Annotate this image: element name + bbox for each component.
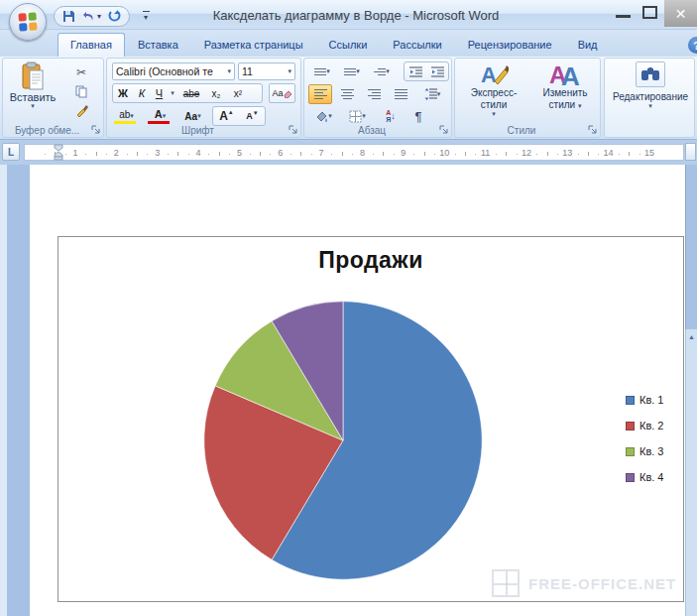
pie-chart[interactable]	[199, 297, 487, 584]
legend-item[interactable]: Кв. 4	[626, 471, 663, 483]
line-spacing-button[interactable]: ▾	[417, 84, 447, 104]
underline-button[interactable]: Ч	[151, 86, 168, 100]
tab-Вид[interactable]: Вид	[565, 33, 611, 57]
sort-button[interactable]: А Я ↓	[378, 106, 404, 126]
eraser-icon	[284, 89, 292, 98]
bold-button[interactable]: Ж	[113, 86, 133, 100]
align-right-icon	[368, 87, 381, 101]
font-color-dropdown-arrow[interactable]: ▾	[163, 113, 167, 119]
tab-Рассылки[interactable]: Рассылки	[380, 33, 454, 57]
ruler-dot	[455, 154, 456, 155]
font-size-combo[interactable]: 11 ▾	[238, 62, 295, 80]
subscript-button[interactable]: x₂	[205, 87, 227, 100]
multilevel-list-button[interactable]: ▾	[368, 62, 396, 80]
svg-text:A: A	[481, 62, 497, 87]
maximize-button[interactable]	[642, 6, 657, 19]
font-name-combo[interactable]: Calibri (Основной те ▾	[112, 62, 235, 80]
vertical-scrollbar[interactable]: ▲	[685, 329, 697, 616]
decrease-indent-button[interactable]	[405, 65, 427, 78]
strikethrough-button[interactable]: abe	[177, 87, 205, 100]
font-name-dropdown-arrow[interactable]: ▾	[227, 68, 231, 74]
clipboard-dialog-launcher[interactable]	[91, 125, 101, 135]
group-font: Calibri (Основной те ▾ 11 ▾ Ж К Ч ▾ abe …	[106, 58, 301, 138]
chart-object[interactable]: Продажи Кв. 1Кв. 2Кв. 3Кв. 4	[58, 236, 684, 602]
show-paragraph-marks-button[interactable]: ¶	[407, 106, 430, 126]
tab-Вставка[interactable]: Вставка	[125, 33, 191, 57]
tab-Ссылки[interactable]: Ссылки	[316, 33, 381, 57]
align-left-button[interactable]	[308, 84, 332, 104]
ruler-dot	[85, 154, 86, 155]
tab-Разметка страницы[interactable]: Разметка страницы	[191, 33, 316, 57]
font-dialog-launcher[interactable]	[289, 125, 298, 135]
office-button[interactable]	[9, 3, 47, 41]
ruler-tick	[506, 152, 507, 156]
chart-legend: Кв. 1Кв. 2Кв. 3Кв. 4	[626, 394, 663, 483]
ruler-dot	[208, 154, 209, 155]
tab-Главная[interactable]: Главная	[58, 33, 125, 58]
italic-button[interactable]: К	[133, 86, 151, 100]
ruler-dot	[578, 154, 579, 155]
borders-button[interactable]: ▾	[342, 106, 373, 126]
quick-access-toolbar: ▾	[54, 6, 130, 27]
legend-item[interactable]: Кв. 1	[626, 394, 663, 406]
ruler-dot	[106, 154, 107, 155]
close-button[interactable]: ✕	[664, 0, 697, 27]
bullets-button[interactable]: ▾	[308, 62, 336, 80]
legend-item[interactable]: Кв. 2	[626, 420, 663, 431]
change-case-button[interactable]: Aa ▾	[178, 106, 207, 126]
grow-font-button[interactable]: А▲	[213, 108, 240, 124]
change-styles-button[interactable]: A A Изменить стили ▾	[532, 62, 598, 125]
minimize-button[interactable]	[616, 15, 631, 18]
horizontal-ruler[interactable]: 123456789101112131415	[24, 144, 684, 161]
align-right-button[interactable]	[362, 84, 386, 104]
customize-qat-button[interactable]: ▾	[140, 8, 152, 24]
highlight-color-button[interactable]: ab ▾	[111, 106, 142, 126]
ruler-dot	[250, 154, 251, 155]
copy-button[interactable]	[68, 82, 94, 100]
undo-icon[interactable]: ▾	[82, 11, 101, 22]
shading-button[interactable]: ▾	[308, 106, 339, 126]
editing-dropdown-arrow[interactable]: ▾	[648, 103, 652, 109]
indent-markers[interactable]	[53, 142, 64, 161]
clear-formatting-button[interactable]: Aa	[269, 83, 295, 103]
quick-styles-button[interactable]: A Экспресс-стили ▾	[459, 62, 528, 125]
scissors-icon: ✂	[76, 65, 86, 79]
view-ruler-toggle-button[interactable]	[685, 143, 696, 161]
change-case-dropdown-arrow[interactable]: ▾	[197, 113, 201, 119]
ruler-tick	[219, 152, 220, 156]
font-color-button[interactable]: А ▾	[145, 106, 175, 126]
superscript-button[interactable]: x²	[227, 87, 249, 100]
copy-icon	[75, 85, 87, 98]
tab-Рецензирование[interactable]: Рецензирование	[455, 33, 565, 57]
ruler-dot	[270, 154, 271, 155]
italic-glyph: К	[139, 87, 145, 99]
underline-dropdown[interactable]: ▾	[168, 89, 177, 97]
undo-dropdown-arrow[interactable]: ▾	[97, 13, 101, 21]
ruler-dot	[413, 154, 414, 155]
increase-indent-button[interactable]	[427, 65, 448, 78]
styles-dialog-launcher[interactable]	[588, 125, 598, 135]
save-icon[interactable]	[62, 10, 75, 23]
highlight-dropdown-arrow[interactable]: ▾	[130, 113, 134, 119]
redo-icon[interactable]	[108, 10, 121, 23]
ruler-number: 14	[604, 148, 614, 158]
scroll-up-arrow[interactable]: ▲	[686, 331, 697, 343]
legend-label: Кв. 2	[639, 420, 663, 431]
legend-swatch	[626, 447, 635, 456]
cut-button[interactable]: ✂	[68, 63, 94, 81]
quick-styles-dropdown-arrow[interactable]: ▾	[492, 111, 496, 117]
font-size-dropdown-arrow[interactable]: ▾	[288, 68, 291, 74]
legend-item[interactable]: Кв. 3	[626, 445, 663, 457]
paste-dropdown-arrow[interactable]: ▾	[31, 103, 35, 109]
shrink-font-button[interactable]: А▼	[240, 110, 265, 122]
editing-button[interactable]: Редактирование ▾	[607, 62, 694, 133]
paste-button[interactable]: Вставить ▾	[9, 62, 57, 125]
align-center-button[interactable]	[335, 84, 359, 104]
tab-stop-selector[interactable]: L	[2, 143, 20, 161]
format-painter-button[interactable]	[68, 101, 94, 119]
paragraph-dialog-launcher[interactable]	[439, 125, 449, 135]
numbering-button[interactable]: ▾	[338, 62, 366, 80]
justify-button[interactable]	[389, 84, 412, 104]
ruler-number: 8	[360, 148, 365, 158]
font-group-label: Шрифт	[107, 125, 289, 136]
